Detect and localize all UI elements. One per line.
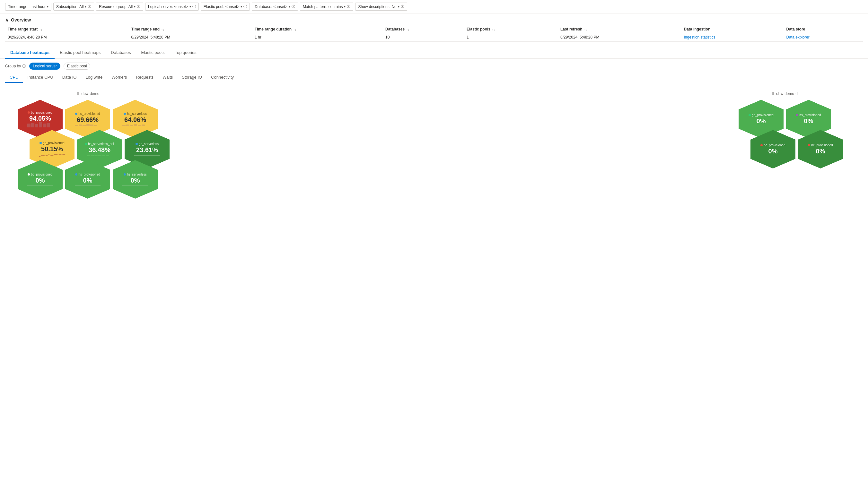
time-range-filter[interactable]: Time range: Last hour ▾ — [5, 3, 51, 11]
hex-value: 0% — [816, 148, 825, 155]
subtab-cpu[interactable]: CPU — [5, 72, 23, 83]
ingestion-link-cell: Ingestion statistics — [681, 33, 784, 42]
server-icon: 🖥 — [771, 92, 775, 96]
tab-top-queries[interactable]: Top queries — [169, 47, 201, 59]
chevron-down-icon: ▾ — [47, 5, 48, 8]
subscription-label: Subscription: All — [56, 4, 83, 9]
server-label-right: 🖥 dbw-demo-dr — [771, 92, 799, 96]
hex-db-name: bc_provisioned — [31, 111, 52, 114]
data-store-link-cell: Data explorer — [784, 33, 863, 42]
subtab-log-write[interactable]: Log write — [81, 72, 107, 83]
hex-value: 0% — [36, 177, 45, 184]
group-by-elastic-pool[interactable]: Elastic pool — [63, 63, 90, 70]
subtab-instance-cpu[interactable]: Instance CPU — [23, 72, 58, 83]
show-descriptions-filter[interactable]: Show descriptions: No ▾ ⓘ — [355, 2, 407, 11]
group-by-logical-server[interactable]: Logical server — [29, 63, 60, 70]
svg-rect-22 — [102, 155, 105, 156]
logical-server-filter[interactable]: Logical server: <unset> ▾ ⓘ — [145, 2, 199, 11]
svg-rect-17 — [142, 124, 145, 126]
info-icon: ⓘ — [22, 63, 26, 69]
chevron-up-icon: ∧ — [5, 17, 8, 23]
hex-value: 23.61% — [136, 146, 158, 154]
svg-rect-7 — [79, 124, 82, 126]
hex-value: 0% — [757, 118, 766, 125]
elastic-pool-label: Elastic pool: <unset> — [204, 4, 239, 9]
tab-databases[interactable]: Databases — [106, 47, 136, 59]
hex-value: 0% — [131, 177, 140, 184]
match-pattern-filter[interactable]: Match pattern: contains ▾ ⓘ — [300, 2, 354, 11]
hex-db-name: hs_serverless — [127, 112, 147, 115]
col-duration[interactable]: Time range duration ↑↓ — [252, 26, 383, 33]
subtab-workers[interactable]: Workers — [107, 72, 131, 83]
svg-rect-14 — [130, 125, 133, 126]
last-refresh-value: 8/29/2024, 5:48:28 PM — [558, 33, 681, 42]
heatmap-area: 🖥 dbw-demo bc_provisioned 94.05% — [0, 85, 868, 206]
overview-title: Overview — [11, 17, 31, 23]
tab-elastic-pools[interactable]: Elastic pools — [136, 47, 169, 59]
svg-rect-19 — [91, 155, 94, 156]
svg-rect-9 — [86, 124, 90, 126]
svg-rect-2 — [35, 124, 38, 127]
time-start-value: 8/29/2024, 4:48:28 PM — [5, 33, 129, 42]
col-data-store: Data store — [784, 26, 863, 33]
col-elastic-pools[interactable]: Elastic pools ↑↓ — [464, 26, 558, 33]
sparkline — [75, 123, 100, 126]
resource-group-filter[interactable]: Resource group: All ▾ ⓘ — [96, 2, 143, 11]
tab-database-heatmaps[interactable]: Database heatmaps — [5, 47, 55, 59]
chevron-down-icon: ▾ — [240, 5, 242, 8]
sort-icon: ↑↓ — [39, 28, 43, 31]
svg-rect-1 — [31, 123, 34, 127]
database-filter[interactable]: Database: <unset> ▾ ⓘ — [252, 2, 298, 11]
subtab-waits[interactable]: Waits — [158, 72, 177, 83]
server-icon: 🖥 — [76, 92, 80, 96]
col-data-ingestion: Data ingestion — [681, 26, 784, 33]
sparkline — [75, 184, 100, 186]
subscription-filter[interactable]: Subscription: All ▾ ⓘ — [53, 2, 94, 11]
hex-db-name: gp_serverless — [139, 142, 159, 146]
tab-elastic-pool-heatmaps[interactable]: Elastic pool heatmaps — [55, 47, 106, 59]
hex-value: 0% — [83, 177, 93, 184]
hex-db-name: hs_provisioned — [78, 173, 100, 176]
svg-rect-6 — [75, 125, 78, 126]
subtab-connectivity[interactable]: Connectivity — [206, 72, 238, 83]
sort-icon: ↑↓ — [584, 28, 587, 31]
chevron-down-icon: ▾ — [289, 5, 290, 8]
overview-toggle[interactable]: ∧ Overview — [5, 17, 863, 23]
hex-value: 36.48% — [88, 146, 110, 154]
filter-bar: Time range: Last hour ▾ Subscription: Al… — [0, 0, 868, 13]
chevron-down-icon: ▾ — [85, 5, 86, 8]
hex-value: 64.06% — [124, 116, 146, 123]
info-icon: ⓘ — [347, 4, 350, 9]
info-icon: ⓘ — [243, 4, 247, 9]
logical-server-label: Logical server: <unset> — [148, 4, 188, 9]
svg-rect-13 — [126, 124, 129, 126]
info-icon: ⓘ — [137, 4, 140, 9]
col-databases[interactable]: Databases ↑↓ — [383, 26, 464, 33]
chevron-down-icon: ▾ — [189, 5, 191, 8]
col-time-end[interactable]: Time range end ↑↓ — [129, 26, 252, 33]
subtab-data-io[interactable]: Data IO — [58, 72, 81, 83]
subtab-storage-io[interactable]: Storage IO — [177, 72, 206, 83]
info-icon: ⓘ — [192, 4, 196, 9]
overview-section: ∧ Overview Time range start ↑↓ Time rang… — [0, 13, 868, 46]
elastic-pool-filter[interactable]: Elastic pool: <unset> ▾ ⓘ — [201, 2, 250, 11]
database-label: Database: <unset> — [255, 4, 287, 9]
table-row: 8/29/2024, 4:48:28 PM 8/29/2024, 5:48:28… — [5, 33, 863, 42]
elastic-pools-value: 1 — [464, 33, 558, 42]
col-last-refresh[interactable]: Last refresh ↑↓ — [558, 26, 681, 33]
hex-db-name: hs_serverless_nr1 — [88, 142, 114, 146]
svg-rect-18 — [87, 155, 90, 156]
hex-value: 50.15% — [41, 145, 63, 153]
subtab-requests[interactable]: Requests — [131, 72, 158, 83]
ingestion-statistics-link[interactable]: Ingestion statistics — [684, 35, 715, 39]
sub-tabs: CPU Instance CPU Data IO Log write Worke… — [0, 72, 868, 83]
hex-db-name: hs_provisioned — [78, 112, 100, 115]
chevron-down-icon: ▾ — [344, 5, 346, 8]
svg-rect-3 — [39, 122, 42, 127]
sort-icon: ↑↓ — [406, 28, 409, 31]
data-explorer-link[interactable]: Data explorer — [786, 35, 810, 39]
hex-value: 94.05% — [29, 115, 51, 122]
group-by-label: Group by ⓘ — [5, 63, 26, 69]
duration-value: 1 hr — [252, 33, 383, 42]
col-time-start[interactable]: Time range start ↑↓ — [5, 26, 129, 33]
